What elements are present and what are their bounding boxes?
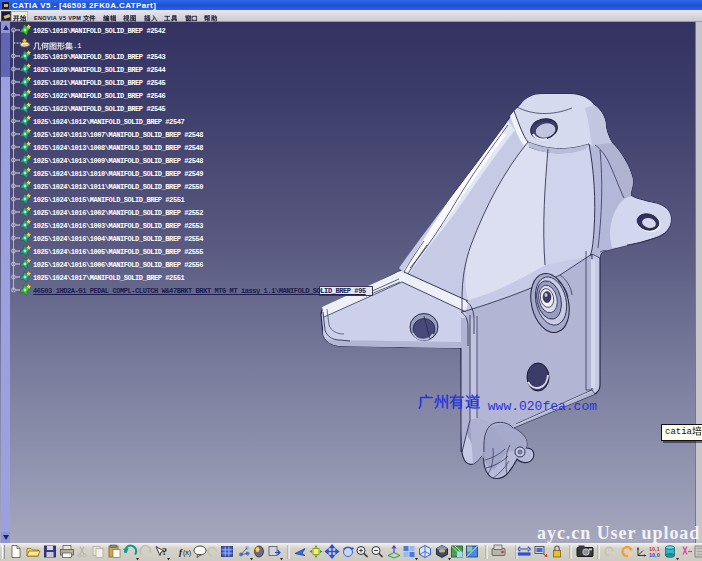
svg-text:?: ? [162, 546, 167, 557]
svg-text:10,0: 10,0 [649, 552, 660, 558]
svg-text:(x): (x) [183, 549, 191, 557]
